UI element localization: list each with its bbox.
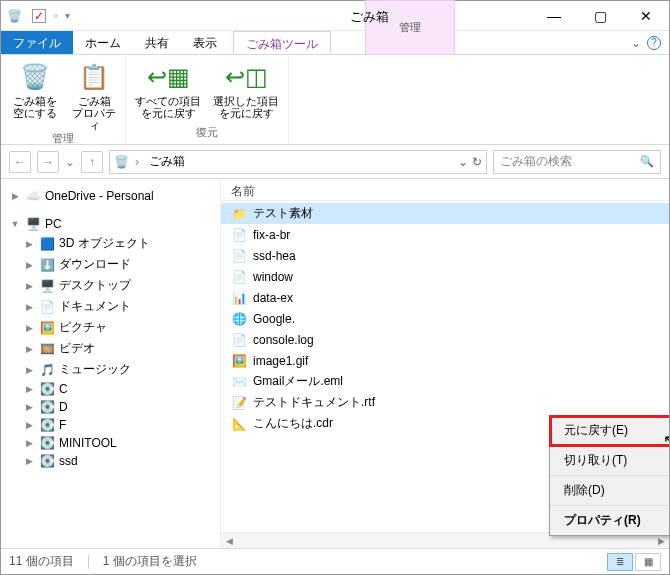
minimize-button[interactable]: — (531, 1, 577, 30)
ctx-cut[interactable]: 切り取り(T) (550, 446, 670, 476)
chevron-right-icon[interactable]: ▶ (23, 302, 35, 312)
file-icon: 📄 (231, 249, 247, 263)
context-menu: 元に戻す(E) 切り取り(T) 削除(D) プロパティ(R) (549, 415, 670, 536)
ribbon-collapse-icon[interactable]: ⌄ (631, 36, 641, 50)
chevron-right-icon[interactable]: ▶ (23, 456, 35, 466)
chevron-right-icon[interactable]: ▶ (23, 402, 35, 412)
qat-checkbox-icon[interactable]: ✓ (32, 9, 46, 23)
file-row[interactable]: 🖼️image1.gif (221, 350, 669, 371)
tree-item[interactable]: ▶💽C (5, 380, 216, 398)
tree-item-icon: 💽 (39, 436, 55, 450)
ctx-properties[interactable]: プロパティ(R) (550, 506, 670, 535)
nav-up-button[interactable]: ↑ (81, 151, 103, 173)
file-row[interactable]: ✉️Gmailメール.eml (221, 371, 669, 392)
tree-item-icon: 🖼️ (39, 321, 55, 335)
qat-doc-icon[interactable]: ▫️ (48, 9, 63, 23)
nav-history-dropdown[interactable]: ⌄ (65, 155, 75, 169)
ctx-restore[interactable]: 元に戻す(E) (550, 416, 670, 446)
file-row[interactable]: 🌐Google. (221, 308, 669, 329)
chevron-right-icon[interactable]: ▶ (9, 191, 21, 201)
chevron-right-icon[interactable]: ▶ (23, 344, 35, 354)
tree-item-icon: 🎞️ (39, 342, 55, 356)
chevron-right-icon[interactable]: ▶ (23, 384, 35, 394)
file-name: fix-a-br (253, 228, 290, 242)
tree-item-label: ドキュメント (59, 298, 131, 315)
chevron-right-icon[interactable]: ▶ (23, 281, 35, 291)
status-bar: 11 個の項目 1 個の項目を選択 ≣ ▦ (1, 548, 669, 574)
tree-item-icon: 🟦 (39, 237, 55, 251)
chevron-right-icon[interactable]: ▶ (23, 323, 35, 333)
file-icon: 📄 (231, 333, 247, 347)
file-icon: 📁 (231, 207, 247, 221)
tree-item[interactable]: ▶💽F (5, 416, 216, 434)
tree-pc[interactable]: ▼ 🖥️ PC (5, 215, 216, 233)
nav-tree[interactable]: ▶ ☁️ OneDrive - Personal ▼ 🖥️ PC ▶🟦3D オブ… (1, 179, 221, 548)
search-box[interactable]: ごみ箱の検索 🔍 (493, 150, 661, 174)
tab-recyclebin-tools[interactable]: ごみ箱ツール (233, 31, 331, 54)
restore-all-button[interactable]: ↩︎▦ すべての項目 を元に戻す (132, 61, 204, 119)
file-row[interactable]: 📝テストドキュメント.rtf (221, 392, 669, 413)
maximize-button[interactable]: ▢ (577, 1, 623, 30)
file-name: image1.gif (253, 354, 308, 368)
tree-item[interactable]: ▶💽D (5, 398, 216, 416)
address-bar-icon: 🗑️ (114, 155, 129, 169)
recycle-bin-properties-button[interactable]: 📋 ごみ箱 プロパティ (69, 61, 119, 131)
restore-selected-button[interactable]: ↩︎◫ 選択した項目 を元に戻す (210, 61, 282, 119)
tab-file[interactable]: ファイル (1, 31, 73, 54)
breadcrumb-item[interactable]: ごみ箱 (145, 153, 189, 170)
view-details-button[interactable]: ≣ (607, 553, 633, 571)
tree-item[interactable]: ▶⬇️ダウンロード (5, 254, 216, 275)
file-row[interactable]: 📄ssd-hea (221, 245, 669, 266)
tree-item[interactable]: ▶🟦3D オブジェクト (5, 233, 216, 254)
close-button[interactable]: ✕ (623, 1, 669, 30)
chevron-right-icon[interactable]: ▶ (23, 365, 35, 375)
nav-back-button[interactable]: ← (9, 151, 31, 173)
tab-view[interactable]: 表示 (181, 31, 229, 54)
chevron-down-icon[interactable]: ▼ (9, 219, 21, 229)
scroll-left-icon[interactable]: ◀ (221, 536, 237, 546)
empty-recycle-bin-button[interactable]: 🗑️ ごみ箱を 空にする (7, 61, 63, 119)
chevron-right-icon[interactable]: ▶ (23, 438, 35, 448)
tree-item-icon: ⬇️ (39, 258, 55, 272)
tree-item[interactable]: ▶📄ドキュメント (5, 296, 216, 317)
file-row[interactable]: 📄console.log (221, 329, 669, 350)
address-dropdown-icon[interactable]: ⌄ (458, 155, 468, 169)
search-placeholder: ごみ箱の検索 (500, 153, 572, 170)
status-item-count: 11 個の項目 (9, 553, 74, 570)
tree-item-label: デスクトップ (59, 277, 131, 294)
scroll-right-icon[interactable]: ▶ (653, 536, 669, 546)
recycle-bin-icon: 🗑️ (7, 9, 22, 23)
file-row[interactable]: 📄fix-a-br (221, 224, 669, 245)
tree-item[interactable]: ▶💽MINITOOL (5, 434, 216, 452)
tree-label: PC (45, 217, 62, 231)
file-icon: 📝 (231, 396, 247, 410)
address-bar[interactable]: 🗑️ › ごみ箱 ⌄ ↻ (109, 150, 487, 174)
chevron-right-icon[interactable]: ▶ (23, 420, 35, 430)
file-name: こんにちは.cdr (253, 415, 333, 432)
nav-forward-button[interactable]: → (37, 151, 59, 173)
help-icon[interactable]: ? (647, 36, 661, 50)
file-name: テストドキュメント.rtf (253, 394, 375, 411)
view-icons-button[interactable]: ▦ (635, 553, 661, 571)
tree-item[interactable]: ▶💽ssd (5, 452, 216, 470)
tree-item[interactable]: ▶🎵ミュージック (5, 359, 216, 380)
tree-item[interactable]: ▶🖼️ピクチャ (5, 317, 216, 338)
ctx-delete[interactable]: 削除(D) (550, 476, 670, 506)
column-header-name[interactable]: 名前 (221, 179, 669, 201)
qat-dropdown-icon[interactable]: ▾ (65, 10, 70, 21)
tab-share[interactable]: 共有 (133, 31, 181, 54)
tree-onedrive[interactable]: ▶ ☁️ OneDrive - Personal (5, 187, 216, 205)
ribbon-group-manage: 🗑️ ごみ箱を 空にする 📋 ごみ箱 プロパティ 管理 (1, 55, 126, 144)
tree-item[interactable]: ▶🎞️ビデオ (5, 338, 216, 359)
group-label-restore: 復元 (196, 125, 218, 142)
file-row[interactable]: 📁テスト素材 (221, 203, 669, 224)
chevron-right-icon[interactable]: ▶ (23, 239, 35, 249)
onedrive-icon: ☁️ (25, 189, 41, 203)
file-name: data-ex (253, 291, 293, 305)
tab-home[interactable]: ホーム (73, 31, 133, 54)
chevron-right-icon[interactable]: ▶ (23, 260, 35, 270)
file-row[interactable]: 📊data-ex (221, 287, 669, 308)
file-row[interactable]: 📄window (221, 266, 669, 287)
refresh-icon[interactable]: ↻ (472, 155, 482, 169)
tree-item[interactable]: ▶🖥️デスクトップ (5, 275, 216, 296)
